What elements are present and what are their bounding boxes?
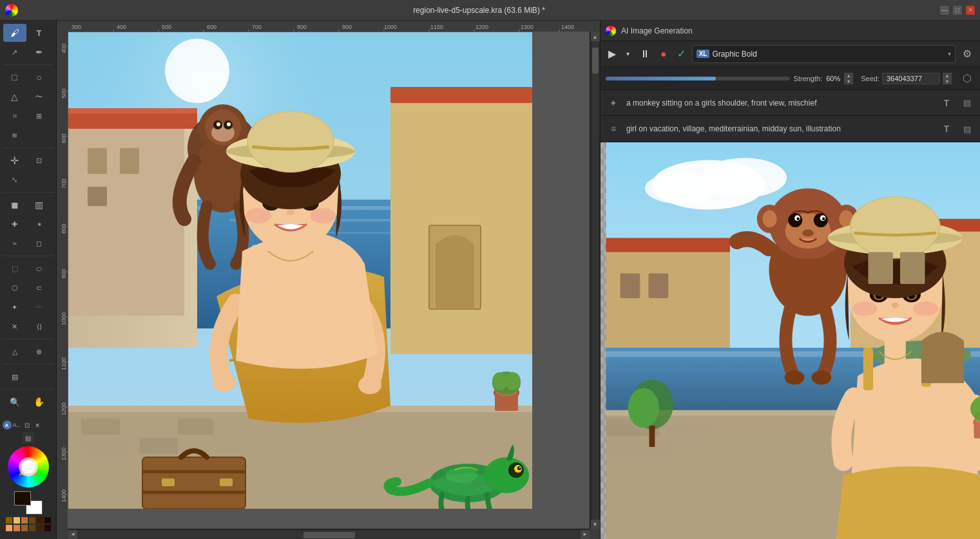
minimize-button[interactable]: — — [940, 6, 949, 15]
style-format-icon[interactable]: T — [939, 121, 954, 137]
scrollbar-bottom-track[interactable] — [77, 531, 581, 538]
swatch-12[interactable] — [44, 525, 51, 531]
freehand-brush-tool[interactable]: ↗ — [3, 43, 26, 61]
svg-rect-191 — [600, 142, 606, 539]
ai-panel-pin[interactable]: ⊡ — [23, 421, 32, 430]
ruler-top: 300 400 500 600 700 800 900 1000 1100 12… — [68, 21, 590, 32]
seed-input[interactable]: 364043377 — [882, 73, 940, 84]
swatch-11[interactable] — [37, 525, 43, 531]
svg-point-147 — [796, 218, 799, 220]
similar-selection-tool[interactable]: ⋯ — [28, 298, 51, 316]
gradient-tool[interactable]: ▥ — [28, 196, 51, 214]
color-wheel[interactable] — [8, 446, 49, 487]
crop-tool[interactable]: ⊡ — [28, 151, 51, 169]
strength-value: 60% — [826, 75, 840, 82]
svg-rect-182 — [649, 426, 655, 447]
positive-prompt-text[interactable]: a monkey sitting on a girls shoulder, fr… — [626, 99, 934, 108]
fill-tool[interactable]: ◼ — [3, 196, 26, 214]
dynamic-brush-tool[interactable]: ≋ — [3, 126, 26, 144]
transform-tool[interactable]: ⤡ — [3, 171, 26, 189]
reference-image-tool[interactable]: ⊕ — [28, 343, 51, 361]
scrollbar-bottom[interactable]: ◄ ► — [68, 529, 590, 539]
seed-down[interactable]: ▼ — [943, 79, 952, 84]
swatch-10[interactable] — [29, 525, 35, 531]
move-tool[interactable]: ✛ — [3, 151, 26, 169]
prompt-format-icon[interactable]: T — [939, 95, 954, 111]
strength-slider[interactable] — [606, 77, 790, 80]
ai-panel-close[interactable]: ✕ — [33, 421, 42, 430]
select-rect-tool[interactable]: ⬚ — [3, 260, 26, 278]
svg-text:1400: 1400 — [61, 489, 67, 502]
ai-params-bar: Strength: 60% ▲ ▼ Seed: 364043377 ▲ ▼ ⬡ — [600, 67, 980, 90]
swatch-8[interactable] — [14, 525, 20, 531]
swatch-7[interactable] — [6, 525, 12, 531]
style-layers-icon[interactable]: ▤ — [959, 121, 975, 137]
text-tool[interactable]: T — [28, 24, 51, 42]
ai-record-button[interactable]: ● — [657, 45, 671, 63]
ai-apply-button[interactable]: ✓ — [673, 45, 689, 63]
swatch-9[interactable] — [21, 525, 28, 531]
scrollbar-bottom-thumb[interactable] — [303, 532, 355, 538]
seed-up[interactable]: ▲ — [943, 73, 952, 79]
scroll-left-button[interactable]: ◄ — [68, 530, 77, 539]
layers-manager-btn[interactable]: ▤ — [3, 368, 26, 386]
ai-pause-button[interactable]: ⏸ — [636, 45, 654, 63]
scrollbar-right-track[interactable] — [592, 41, 599, 520]
swatch-2[interactable] — [14, 517, 20, 524]
close-button[interactable]: ✕ — [966, 6, 975, 15]
smart-patch-tool[interactable]: ✶ — [28, 215, 51, 233]
3d-cube-icon[interactable]: ⬡ — [959, 71, 975, 86]
scrollbar-right[interactable]: ▲ ▼ — [590, 32, 600, 529]
polygon-tool[interactable]: △ — [3, 88, 26, 106]
svg-point-103 — [287, 210, 294, 215]
pen-tool[interactable]: ✒ — [28, 43, 51, 61]
eraser-tool[interactable]: ◻ — [28, 234, 51, 252]
svg-point-80 — [505, 372, 521, 390]
select-ellipse-tool[interactable]: ⬭ — [28, 260, 51, 278]
model-selector[interactable]: XL Graphic Bold ▾ — [692, 45, 956, 63]
svg-rect-184 — [649, 274, 669, 299]
scrollbar-right-thumb[interactable] — [592, 48, 599, 73]
measure-tool[interactable]: △ — [3, 343, 26, 361]
strength-down[interactable]: ▼ — [844, 79, 853, 84]
swatch-3[interactable] — [21, 517, 28, 524]
ai-settings-button[interactable]: ⚙ — [958, 45, 976, 63]
multibrush-tool[interactable]: ⊞ — [28, 107, 51, 125]
scroll-up-button[interactable]: ▲ — [591, 32, 600, 41]
scroll-down-button[interactable]: ▼ — [591, 520, 600, 529]
select-freehand-tool[interactable]: ⊂ — [28, 279, 51, 297]
swatch-5[interactable] — [37, 517, 43, 524]
left-toolbar: 🖌 T ↗ ✒ □ ○ △ 〜 ⌗ ⊞ ≋ — [0, 21, 57, 539]
strength-up[interactable]: ▲ — [844, 73, 853, 79]
seed-spinner[interactable]: ▲ ▼ — [943, 73, 952, 84]
swatch-1[interactable] — [6, 517, 12, 524]
smear-tool[interactable]: ≈ — [3, 234, 26, 252]
swatch-4[interactable] — [29, 517, 35, 524]
pan-tool[interactable]: ✋ — [28, 393, 51, 411]
ellipse-tool[interactable]: ○ — [28, 68, 51, 86]
maximize-button[interactable]: □ — [953, 6, 962, 15]
strength-spinner[interactable]: ▲ ▼ — [844, 73, 853, 84]
ai-play-button[interactable]: ▶ — [604, 45, 620, 63]
prompt-layers-icon[interactable]: ▤ — [959, 95, 975, 111]
foreground-color-swatch[interactable] — [14, 491, 31, 506]
canvas-scroll-area[interactable] — [68, 32, 590, 529]
calligraphy-tool[interactable]: ⌗ — [3, 107, 26, 125]
magic-wand-tool[interactable]: ✦ — [3, 298, 26, 316]
strength-slider-container: Strength: 60% ▲ ▼ — [606, 73, 853, 84]
paint-brush-tool[interactable]: 🖌 — [3, 24, 26, 42]
style-prompt-text[interactable]: girl on vacation, village, mediterrainia… — [626, 124, 934, 133]
swatch-6[interactable] — [44, 517, 51, 524]
deform-selection-tool[interactable]: ⟨⟩ — [28, 317, 51, 336]
select-polygon-tool[interactable]: ⬡ — [3, 279, 26, 297]
zoom-tool[interactable]: 🔍 — [3, 393, 26, 411]
erase-selection-tool[interactable]: ✕ — [3, 317, 26, 336]
svg-point-171 — [892, 303, 899, 308]
rectangle-tool[interactable]: □ — [3, 68, 26, 86]
scroll-right-button[interactable]: ► — [581, 530, 590, 539]
path-tool[interactable]: 〜 — [28, 88, 51, 106]
eyedropper-tool[interactable]: ✚ — [3, 215, 26, 233]
color-triangle — [19, 459, 38, 475]
ai-play-dropdown[interactable]: ▾ — [622, 45, 633, 63]
ruler-corner — [57, 21, 68, 32]
